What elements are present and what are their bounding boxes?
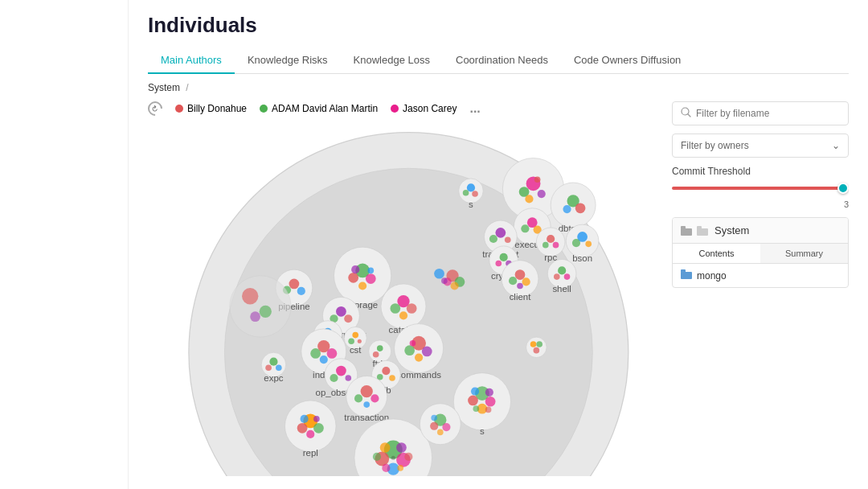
- tabs-bar: Main Authors Knowledge Risks Knowledge L…: [148, 47, 849, 74]
- svg-point-169: [530, 341, 537, 347]
- threshold-slider-wrapper[interactable]: [672, 180, 849, 196]
- svg-rect-184: [681, 272, 692, 279]
- svg-point-152: [373, 453, 381, 461]
- legend-item-0: Billy Donahue: [175, 103, 247, 114]
- svg-rect-183: [697, 226, 702, 229]
- legend-more-button[interactable]: ...: [469, 102, 480, 115]
- svg-point-11: [575, 203, 586, 213]
- legend-dot-0: [175, 105, 183, 113]
- svg-point-123: [354, 394, 362, 402]
- svg-point-16: [521, 224, 529, 232]
- svg-point-22: [505, 236, 511, 243]
- svg-text:s: s: [480, 426, 485, 436]
- svg-point-53: [472, 191, 478, 197]
- svg-point-85: [352, 332, 358, 339]
- svg-point-154: [382, 464, 390, 472]
- threshold-track: [672, 187, 849, 190]
- svg-point-101: [404, 345, 415, 355]
- sidebar: [0, 0, 129, 489]
- filter-owners-dropdown[interactable]: Filter by owners ⌄: [672, 134, 849, 158]
- svg-point-43: [517, 283, 523, 290]
- tab-coordination-needs[interactable]: Coordination Needs: [443, 47, 561, 74]
- refresh-icon[interactable]: ↻: [148, 101, 166, 119]
- svg-point-135: [485, 407, 492, 413]
- svg-point-32: [585, 241, 592, 248]
- svg-text:shell: shell: [552, 284, 571, 294]
- svg-point-134: [473, 405, 479, 412]
- filter-owners-label: Filter by owners: [681, 140, 749, 151]
- svg-point-130: [485, 397, 496, 407]
- viz-container: util dbtests executo: [148, 122, 659, 476]
- svg-point-71: [407, 303, 417, 314]
- svg-point-104: [410, 340, 416, 347]
- folder-icon: [681, 269, 692, 281]
- svg-point-140: [313, 423, 324, 434]
- svg-point-139: [297, 423, 308, 434]
- svg-point-42: [522, 277, 530, 286]
- search-box: [672, 101, 849, 125]
- svg-point-35: [500, 253, 508, 261]
- svg-rect-182: [697, 228, 708, 236]
- svg-point-77: [344, 314, 352, 323]
- svg-rect-185: [681, 269, 686, 273]
- legend-label-0: Billy Donahue: [187, 103, 247, 114]
- svg-point-141: [306, 430, 314, 438]
- svg-text:cst: cst: [350, 345, 362, 355]
- tab-main-authors[interactable]: Main Authors: [148, 47, 235, 74]
- svg-point-92: [327, 348, 338, 359]
- tab-knowledge-risks[interactable]: Knowledge Risks: [235, 47, 341, 74]
- svg-point-127: [453, 373, 510, 430]
- tab-code-owners-diffusion[interactable]: Code Owners Diffusion: [561, 47, 694, 74]
- filename-search-input[interactable]: [696, 108, 840, 119]
- svg-point-87: [358, 339, 362, 343]
- tab-knowledge-loss[interactable]: Knowledge Loss: [341, 47, 443, 74]
- svg-point-158: [230, 276, 291, 337]
- svg-text:s: s: [469, 199, 473, 209]
- svg-point-26: [542, 242, 549, 249]
- svg-point-46: [558, 266, 566, 274]
- file-panel: System Contents Summary: [672, 217, 849, 288]
- svg-point-5: [538, 190, 546, 198]
- svg-point-175: [442, 423, 450, 431]
- threshold-thumb[interactable]: [837, 183, 849, 194]
- svg-point-57: [348, 273, 358, 283]
- svg-point-125: [363, 401, 370, 408]
- file-tab-summary[interactable]: Summary: [760, 244, 848, 263]
- svg-point-25: [547, 235, 555, 243]
- file-tree-item-label: mongo: [697, 270, 727, 281]
- svg-point-60: [351, 265, 359, 273]
- main-content: Individuals Main Authors Knowledge Risks…: [129, 0, 868, 489]
- file-tree-item-mongo[interactable]: mongo: [673, 264, 848, 287]
- svg-point-133: [485, 388, 493, 397]
- search-icon: [681, 107, 691, 120]
- svg-rect-181: [681, 226, 686, 229]
- svg-point-96: [377, 345, 383, 351]
- legend-dot-2: [391, 105, 399, 113]
- svg-point-122: [361, 385, 373, 397]
- viz-panel: ↻ Billy Donahue ADAM David Alan Martin J…: [148, 101, 659, 476]
- svg-point-58: [366, 273, 376, 284]
- svg-point-107: [269, 358, 277, 366]
- breadcrumb: System /: [148, 82, 849, 93]
- breadcrumb-system[interactable]: System: [148, 82, 180, 93]
- svg-point-112: [336, 366, 346, 376]
- svg-point-114: [345, 375, 351, 381]
- svg-point-64: [289, 279, 300, 290]
- threshold-label: Commit Threshold: [672, 166, 849, 177]
- svg-point-177: [431, 415, 437, 421]
- svg-point-171: [534, 347, 540, 354]
- breadcrumb-sep: /: [186, 82, 188, 93]
- svg-point-72: [399, 311, 407, 319]
- file-panel-title: System: [714, 224, 749, 236]
- svg-point-150: [380, 442, 391, 453]
- svg-point-143: [313, 416, 320, 422]
- svg-point-27: [553, 242, 559, 249]
- svg-point-113: [330, 374, 338, 382]
- svg-point-91: [310, 348, 321, 359]
- svg-point-102: [422, 347, 432, 357]
- page-title: Individuals: [148, 13, 849, 38]
- file-tab-contents[interactable]: Contents: [673, 244, 760, 263]
- legend-label-1: ADAM David Alan Martin: [272, 103, 378, 114]
- svg-point-153: [404, 453, 412, 461]
- commit-threshold-section: Commit Threshold 3: [672, 166, 849, 209]
